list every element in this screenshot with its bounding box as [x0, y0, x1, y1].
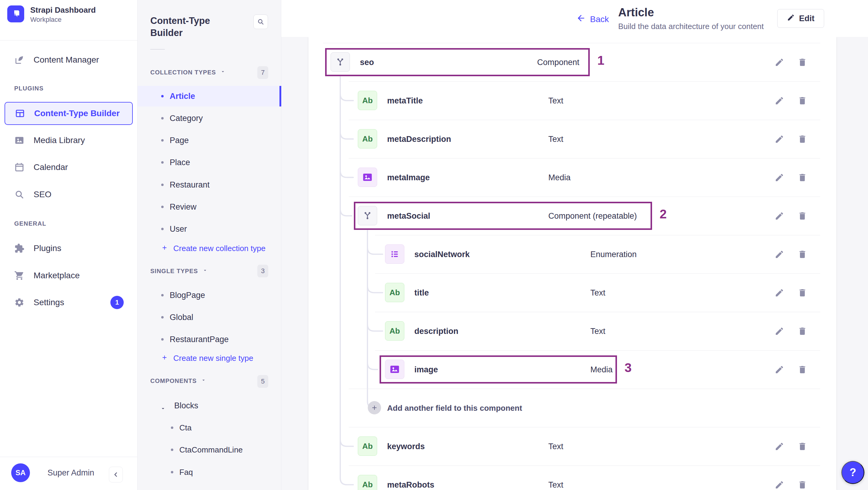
create-new-collection-type-link[interactable]: Create new collection type: [161, 244, 266, 253]
field-type: Text: [548, 134, 563, 144]
workspace-brand[interactable]: Strapi Dashboard Workplace: [7, 5, 96, 24]
section-header-collection-types[interactable]: COLLECTION TYPES: [150, 69, 226, 76]
edit-button[interactable]: Edit: [777, 9, 824, 28]
sidebar-item-content-manager[interactable]: Content Manager: [4, 49, 133, 70]
search-button[interactable]: [253, 14, 268, 29]
type-item-faq[interactable]: Faq: [137, 462, 281, 483]
edit-field-button[interactable]: [775, 288, 784, 298]
row-divider: [349, 196, 820, 197]
delete-field-button[interactable]: [798, 365, 807, 374]
type-item-ctacommandline[interactable]: CtaCommandLine: [137, 439, 281, 460]
delete-field-button[interactable]: [798, 211, 807, 221]
delete-field-button[interactable]: [798, 480, 807, 490]
field-row-description[interactable]: AbdescriptionText: [309, 312, 836, 350]
bullet-icon: [161, 117, 164, 120]
type-item-place[interactable]: Place: [137, 152, 281, 173]
bullet-icon: [161, 294, 164, 297]
edit-field-button[interactable]: [775, 441, 784, 451]
field-row-metaDescription[interactable]: AbmetaDescriptionText: [309, 120, 836, 158]
chevron-down-icon: [202, 268, 208, 275]
sidebar-item-content-type-builder[interactable]: Content-Type Builder: [4, 102, 133, 125]
search-icon: [14, 189, 25, 200]
sidebar-item-seo[interactable]: SEO: [4, 184, 133, 205]
field-row-socialNetwork[interactable]: socialNetworkEnumeration: [309, 235, 836, 273]
sidebar-item-label: Settings: [34, 298, 64, 307]
type-item-user[interactable]: User: [137, 219, 281, 239]
field-row-metaTitle[interactable]: AbmetaTitleText: [309, 81, 836, 120]
delete-field-button[interactable]: [798, 249, 807, 259]
edit-field-button[interactable]: [775, 211, 784, 221]
edit-field-button[interactable]: [775, 365, 784, 374]
back-link[interactable]: Back: [576, 13, 609, 25]
create-new-single-type-link[interactable]: Create new single type: [161, 354, 253, 363]
primary-sidebar: Strapi Dashboard Workplace Content Manag…: [0, 0, 137, 490]
create-link-label: Create new collection type: [173, 244, 266, 253]
section-label: COMPONENTS: [150, 377, 196, 385]
help-button[interactable]: ?: [841, 461, 864, 484]
edit-field-button[interactable]: [775, 326, 784, 336]
bullet-icon: [171, 449, 173, 451]
sidebar-item-label: Content Manager: [34, 55, 99, 65]
add-field-row[interactable]: Add another field to this component: [309, 389, 836, 427]
field-type: Enumeration: [590, 249, 637, 259]
type-item-label: RestaurantPage: [170, 335, 229, 344]
row-divider: [349, 158, 820, 158]
edit-label: Edit: [799, 14, 814, 23]
field-name: title: [414, 288, 429, 297]
section-header-components[interactable]: COMPONENTS: [150, 377, 206, 385]
edit-field-button[interactable]: [775, 96, 784, 105]
field-row-metaRobots[interactable]: AbmetaRobotsText: [309, 465, 836, 490]
component-group-blocks[interactable]: Blocks: [137, 395, 281, 416]
edit-field-button[interactable]: [775, 249, 784, 259]
type-item-restaurant[interactable]: Restaurant: [137, 175, 281, 195]
sidebar-item-marketplace[interactable]: Marketplace: [4, 265, 133, 286]
field-name: keywords: [387, 441, 425, 451]
sidebar-item-plugins[interactable]: Plugins: [4, 238, 133, 259]
sidebar-item-media-library[interactable]: Media Library: [4, 130, 133, 151]
type-item-features[interactable]: Features: [137, 484, 281, 490]
create-link-label: Create new single type: [173, 354, 253, 363]
gear-icon: [14, 297, 25, 308]
annotation-highlight-box: [354, 202, 652, 230]
section-count-badge: 5: [257, 375, 268, 388]
section-header-single-types[interactable]: SINGLE TYPES: [150, 268, 208, 275]
nav-section-label: GENERAL: [14, 220, 46, 227]
edit-field-button[interactable]: [775, 480, 784, 490]
delete-field-button[interactable]: [798, 326, 807, 336]
type-item-page[interactable]: Page: [137, 130, 281, 151]
avatar[interactable]: SA: [11, 463, 30, 482]
builder-panel: Content-Type Builder COLLECTION TYPES7Ar…: [137, 0, 281, 490]
field-type: Media: [548, 173, 571, 182]
bullet-icon: [161, 316, 164, 318]
field-row-metaImage[interactable]: metaImageMedia: [309, 158, 836, 196]
chevron-down-icon: [220, 69, 226, 76]
type-item-global[interactable]: Global: [137, 307, 281, 328]
edit-field-button[interactable]: [775, 134, 784, 144]
annotation-number: 2: [660, 207, 666, 221]
plus-icon: [161, 244, 168, 253]
row-divider: [375, 312, 820, 312]
field-row-title[interactable]: AbtitleText: [309, 273, 836, 312]
type-item-review[interactable]: Review: [137, 196, 281, 217]
edit-field-button[interactable]: [775, 58, 784, 67]
type-item-category[interactable]: Category: [137, 108, 281, 128]
type-item-restaurantpage[interactable]: RestaurantPage: [137, 329, 281, 350]
field-name: metaTitle: [387, 96, 423, 105]
notification-badge: 1: [111, 296, 124, 309]
delete-field-button[interactable]: [798, 96, 807, 105]
delete-field-button[interactable]: [798, 173, 807, 182]
delete-field-button[interactable]: [798, 441, 807, 451]
sidebar-item-calendar[interactable]: Calendar: [4, 157, 133, 178]
delete-field-button[interactable]: [798, 134, 807, 144]
type-item-blogpage[interactable]: BlogPage: [137, 285, 281, 306]
picture-icon: [14, 135, 25, 146]
add-field-circle-button[interactable]: [368, 401, 381, 415]
delete-field-button[interactable]: [798, 58, 807, 67]
delete-field-button[interactable]: [798, 288, 807, 298]
type-item-article[interactable]: Article: [137, 86, 281, 106]
collapse-sidebar-button[interactable]: [109, 467, 123, 483]
field-row-keywords[interactable]: AbkeywordsText: [309, 427, 836, 465]
type-item-label: BlogPage: [170, 291, 205, 300]
edit-field-button[interactable]: [775, 173, 784, 182]
type-item-cta[interactable]: Cta: [137, 418, 281, 438]
